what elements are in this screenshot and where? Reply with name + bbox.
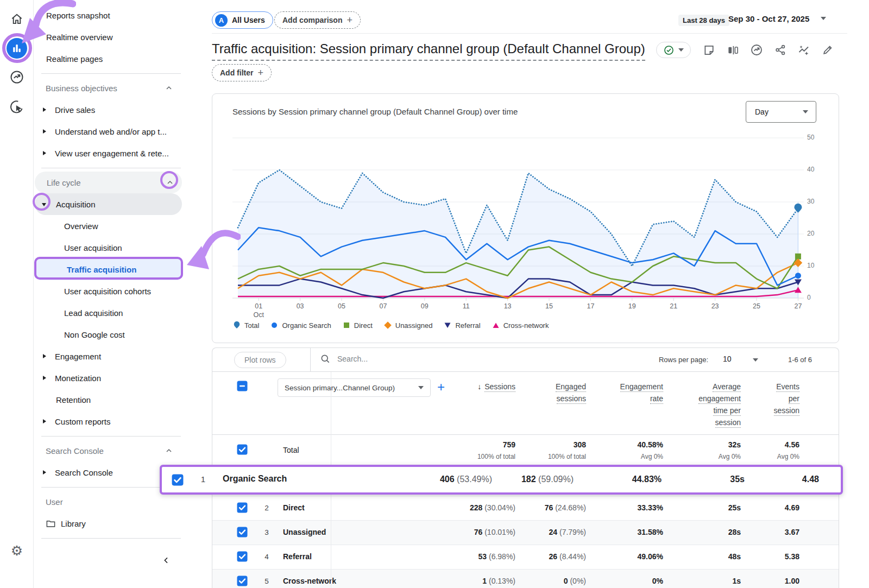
- sidebar-item-drive-sales[interactable]: Drive sales: [34, 99, 198, 121]
- x-axis-tick: 01Oct: [253, 302, 263, 319]
- sidebar-section-business-objectives: Business objectives: [34, 77, 198, 99]
- x-axis-tick: 07: [379, 302, 387, 311]
- expand-arrow-icon[interactable]: [43, 376, 46, 380]
- row-checkbox[interactable]: [172, 474, 184, 488]
- legend-item-cross-network: Cross-network: [492, 321, 549, 330]
- sidebar-item-understand-web-and-or-app-t[interactable]: Understand web and/or app t...: [34, 121, 198, 142]
- row-rank: 5: [261, 577, 272, 585]
- all-users-segment-chip[interactable]: A All Users: [212, 11, 273, 29]
- metric-value: 5.38: [680, 552, 799, 561]
- reports-icon[interactable]: [7, 38, 27, 59]
- data-quality-button[interactable]: [656, 42, 691, 58]
- row-checkbox[interactable]: [237, 444, 248, 457]
- legend-item-unassigned: Unassigned: [383, 321, 433, 330]
- table-row-unassigned[interactable]: 3Unassigned76 (10.01%)24 (7.79%)31.58%28…: [212, 521, 839, 545]
- note-icon[interactable]: [702, 43, 716, 57]
- row-checkbox[interactable]: [237, 527, 248, 540]
- collapse-arrow-icon[interactable]: [42, 203, 46, 206]
- insights-icon[interactable]: [797, 43, 811, 57]
- add-comparison-button[interactable]: Add comparison+: [274, 11, 361, 29]
- sidebar-item-non-google-cost[interactable]: Non Google cost: [34, 324, 198, 345]
- sidebar-item-user-acquisition[interactable]: User acquisition: [34, 237, 198, 258]
- sidebar-item-view-user-engagement-rete[interactable]: View user engagement & rete...: [34, 142, 198, 164]
- rows-per-page-value[interactable]: 10: [723, 355, 732, 363]
- highlighted-organic-search-row[interactable]: 1Organic Search406 (53.49%)182 (59.09%)4…: [160, 465, 843, 495]
- expand-arrow-icon[interactable]: [43, 419, 46, 423]
- row-rank: 3: [261, 528, 272, 536]
- granularity-select[interactable]: Day: [746, 101, 816, 123]
- chart-legend: TotalOrganic SearchDirectUnassignedRefer…: [232, 321, 549, 330]
- table-row-direct[interactable]: 2Direct228 (30.04%)76 (24.68%)33.33%25s4…: [212, 496, 839, 521]
- chevron-up-icon[interactable]: [165, 446, 173, 457]
- advertising-icon[interactable]: [8, 98, 26, 116]
- table-row-cross-network[interactable]: 5Cross-network1 (0.13%)0 (0%)0%1s1.00: [212, 570, 839, 588]
- sessions-line-chart[interactable]: [232, 133, 804, 301]
- x-axis-tick: 21: [670, 302, 677, 311]
- sidebar-item-library[interactable]: Library: [34, 513, 198, 534]
- sidebar-item-user-acquisition-cohorts[interactable]: User acquisition cohorts: [34, 280, 198, 302]
- collapse-nav-icon[interactable]: [162, 556, 171, 565]
- expand-arrow-icon[interactable]: [43, 151, 46, 155]
- expand-arrow-icon[interactable]: [43, 354, 46, 358]
- header-divider: [212, 33, 847, 34]
- share-icon[interactable]: [773, 43, 788, 57]
- sidebar-item-realtime-overview[interactable]: Realtime overview: [34, 26, 198, 48]
- plus-icon: +: [257, 68, 263, 78]
- x-axis-tick: 27: [794, 302, 802, 311]
- select-all-checkbox[interactable]: [237, 381, 248, 394]
- x-axis-tick: 03: [297, 302, 304, 311]
- edit-pencil-icon[interactable]: [821, 43, 835, 57]
- ab-compare-icon[interactable]: [726, 43, 740, 57]
- chevron-up-icon[interactable]: [165, 84, 173, 94]
- table-row-referral[interactable]: 4Referral53 (6.98%)26 (8.44%)49.06%48s5.…: [212, 545, 839, 570]
- column-header-events-per-session[interactable]: Eventspersession: [680, 381, 799, 416]
- explore-icon[interactable]: [8, 68, 26, 86]
- row-checkbox[interactable]: [237, 502, 248, 515]
- row-rank: 2: [261, 504, 272, 512]
- plus-icon: +: [347, 15, 352, 25]
- sidebar-item-lead-acquisition[interactable]: Lead acquisition: [34, 302, 198, 324]
- pagination-range: 1-6 of 6: [788, 356, 812, 364]
- settings-icon[interactable]: ⚙: [8, 542, 26, 559]
- legend-item-direct: Direct: [342, 321, 373, 330]
- divider: [310, 348, 311, 372]
- metric-subtext: Avg 0%: [680, 453, 799, 460]
- x-axis-tick: 15: [545, 302, 553, 311]
- table-search-input[interactable]: [337, 355, 544, 363]
- metric-value: 1.00: [680, 577, 799, 585]
- sidebar-item-overview[interactable]: Overview: [34, 215, 198, 237]
- sidebar-divider: [34, 432, 198, 440]
- plot-rows-button[interactable]: Plot rows: [234, 352, 286, 368]
- all-users-label: All Users: [232, 16, 265, 24]
- x-axis-tick: 11: [463, 302, 470, 311]
- chevron-up-icon[interactable]: [166, 178, 174, 188]
- date-caret-icon[interactable]: [821, 17, 826, 20]
- expand-arrow-icon[interactable]: [43, 108, 46, 112]
- sidebar-item-acquisition[interactable]: Acquisition: [35, 193, 182, 215]
- x-axis-tick: 09: [421, 302, 429, 311]
- sidebar-item-monetization[interactable]: Monetization: [34, 367, 198, 389]
- row-rank: 4: [261, 553, 272, 561]
- x-axis-tick: 19: [628, 302, 636, 311]
- sidebar-item-reports-snapshot[interactable]: Reports snapshot: [34, 4, 198, 26]
- metric-value: 4.48: [700, 475, 819, 484]
- date-range-picker[interactable]: Sep 30 - Oct 27, 2025: [728, 14, 809, 23]
- row-checkbox[interactable]: [237, 551, 248, 564]
- sidebar-item-custom-reports[interactable]: Custom reports: [34, 410, 198, 432]
- row-checkbox[interactable]: [237, 576, 248, 588]
- home-icon[interactable]: [8, 10, 26, 28]
- expand-arrow-icon[interactable]: [43, 129, 46, 134]
- table-row-total[interactable]: Total759100% of total308100% of total40.…: [212, 435, 839, 466]
- chevron-down-icon[interactable]: [753, 358, 758, 362]
- sidebar-item-realtime-pages[interactable]: Realtime pages: [34, 48, 198, 69]
- row-rank: 1: [198, 475, 209, 484]
- add-filter-button[interactable]: Add filter+: [212, 64, 272, 81]
- x-axis-tick: 17: [587, 302, 594, 311]
- explore-icon[interactable]: [750, 43, 764, 57]
- sidebar-item-engagement[interactable]: Engagement: [34, 345, 198, 367]
- x-axis-tick: 25: [753, 302, 760, 311]
- expand-arrow-icon[interactable]: [43, 470, 46, 475]
- sidebar-item-traffic-acquisition[interactable]: Traffic acquisition: [36, 258, 181, 280]
- sidebar-item-retention[interactable]: Retention: [34, 389, 198, 410]
- pin-marker-icon: [232, 321, 241, 330]
